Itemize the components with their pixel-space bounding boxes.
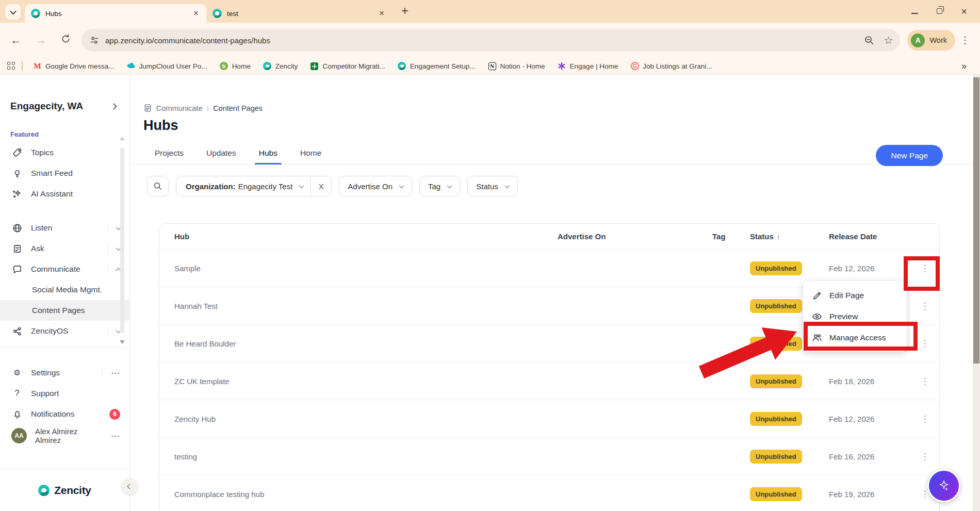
table-row[interactable]: Commonplace testing hub Unpublished Feb … xyxy=(159,475,939,511)
breadcrumb-section[interactable]: Communicate xyxy=(156,104,202,112)
hub-name[interactable]: Commonplace testing hub xyxy=(159,490,558,499)
page-scrollbar[interactable] xyxy=(973,75,980,511)
tab-hubs[interactable]: Hubs xyxy=(248,142,289,164)
sidebar-item-zencityos[interactable]: ZencityOS xyxy=(0,321,129,341)
sidebar-item-ask[interactable]: Ask xyxy=(0,238,129,259)
search-button[interactable] xyxy=(147,176,169,196)
tab-close-icon[interactable]: × xyxy=(377,8,387,19)
row-menu-icon[interactable]: ⋮ xyxy=(917,374,934,389)
hub-name[interactable]: Sample xyxy=(159,264,558,273)
table-row[interactable]: ZC UK template Unpublished Feb 18, 2026 … xyxy=(159,362,939,400)
close-button[interactable]: × xyxy=(958,6,970,17)
hub-name[interactable]: Zencity Hub xyxy=(159,415,558,423)
menu-item-edit-page[interactable]: Edit Page xyxy=(803,285,907,306)
tab-close-icon[interactable]: × xyxy=(191,8,201,19)
scrollbar-thumb[interactable] xyxy=(120,147,124,333)
sidebar-item-content-pages[interactable]: Content Pages xyxy=(0,300,129,321)
profile-chip[interactable]: A Work xyxy=(907,30,955,51)
sidebar-item-communicate[interactable]: Communicate xyxy=(0,259,129,279)
gmail-icon: M xyxy=(33,62,42,71)
browser-toolbar: ← → app.zencity.io/communicate/content-p… xyxy=(0,23,980,58)
sort-ascending-icon: ↑ xyxy=(777,233,780,241)
more-options-icon[interactable]: ⋯ xyxy=(111,368,120,378)
column-header-hub[interactable]: Hub xyxy=(159,232,558,241)
forward-button[interactable]: → xyxy=(32,31,50,49)
sidebar-item-ai-assistant[interactable]: AI Assistant xyxy=(0,184,129,204)
sidebar-collapse-button[interactable] xyxy=(122,479,138,494)
bookmark-zencity[interactable]: Zencity xyxy=(257,62,304,71)
hub-name[interactable]: testing xyxy=(159,452,558,461)
sidebar-item-settings[interactable]: ⚙ Settings ⋯ xyxy=(0,362,129,383)
clipboard-icon xyxy=(143,104,152,112)
new-tab-button[interactable]: + xyxy=(397,3,413,19)
hub-name[interactable]: Be Heard Boulder xyxy=(159,339,558,348)
tab-updates[interactable]: Updates xyxy=(195,142,248,164)
annotation-box-manage-access xyxy=(804,322,918,351)
bookmark-notion[interactable]: N Notion - Home xyxy=(482,62,551,71)
row-menu-icon[interactable]: ⋮ xyxy=(917,336,934,351)
minimize-button[interactable] xyxy=(909,7,920,16)
annotation-arrow xyxy=(691,325,802,384)
bookmark-google-drive[interactable]: M Google Drive messa... xyxy=(27,62,121,71)
column-header-tag[interactable]: Tag xyxy=(712,232,750,241)
bookmark-job-listings[interactable]: G Job Listings at Grani... xyxy=(624,62,718,71)
status-filter[interactable]: Status xyxy=(467,176,518,196)
sidebar-item-social-media-mgmt[interactable]: Social Media Mgmt. xyxy=(0,279,129,300)
sidebar-item-support[interactable]: ? Support xyxy=(0,383,129,404)
bookmark-engagement-setup[interactable]: Engagement Setup... xyxy=(391,62,482,71)
reload-button[interactable] xyxy=(57,31,74,49)
bookmark-home[interactable]: b Home xyxy=(214,62,257,71)
more-options-icon[interactable]: ⋯ xyxy=(111,431,120,441)
column-header-advertise-on[interactable]: Advertise On xyxy=(558,232,712,241)
row-menu-icon[interactable]: ⋮ xyxy=(917,411,934,426)
tab-search-button[interactable] xyxy=(5,4,21,20)
row-menu-icon[interactable]: ⋮ xyxy=(917,299,934,314)
sidebar-scrollbar[interactable] xyxy=(120,137,124,344)
browser-tab-hubs[interactable]: Hubs × xyxy=(25,4,206,23)
bookmark-label: Google Drive messa... xyxy=(45,62,115,70)
sidebar-item-listen[interactable]: Listen xyxy=(0,218,129,238)
app-sidebar: Engagecity, WA Featured Topics Smart Fee… xyxy=(0,75,130,511)
bookmark-jumpcloud[interactable]: JumpCloud User Po... xyxy=(121,62,214,71)
org-switcher[interactable]: Engagecity, WA xyxy=(0,101,129,112)
clear-filter-icon[interactable]: X xyxy=(311,176,331,196)
sidebar-item-topics[interactable]: Topics xyxy=(0,142,129,163)
url-bar[interactable]: app.zencity.io/communicate/content-pages… xyxy=(81,29,900,52)
scrollbar-thumb[interactable] xyxy=(973,77,979,364)
sidebar-item-notifications[interactable]: Notifications 6 xyxy=(0,404,129,424)
tab-projects[interactable]: Projects xyxy=(143,142,195,164)
bookmark-engage[interactable]: Engage | Home xyxy=(551,62,625,71)
url-text[interactable]: app.zencity.io/communicate/content-pages… xyxy=(105,36,855,45)
bookmark-label: JumpCloud User Po... xyxy=(139,62,207,70)
new-page-button[interactable]: New Page xyxy=(876,145,943,166)
bookmarks-overflow-icon[interactable]: » xyxy=(961,61,974,72)
breadcrumb-page[interactable]: Content Pages xyxy=(213,104,263,112)
hub-name[interactable]: Hannah Test xyxy=(159,302,558,310)
scroll-up-icon[interactable] xyxy=(120,137,125,140)
zoom-page-icon[interactable] xyxy=(864,35,874,45)
row-menu-icon[interactable]: ⋮ xyxy=(917,449,934,464)
sidebar-item-smart-feed[interactable]: Smart Feed xyxy=(0,163,129,184)
tab-home[interactable]: Home xyxy=(289,142,333,164)
table-row[interactable]: Zencity Hub Unpublished Feb 12, 2026 ⋮ xyxy=(159,400,939,438)
organization-filter-chip[interactable]: Organization: Engagecity Test X xyxy=(176,176,332,196)
browser-tab-test[interactable]: test × xyxy=(206,4,392,23)
tag-filter[interactable]: Tag xyxy=(419,176,460,196)
restore-button[interactable] xyxy=(934,7,945,16)
table-row[interactable]: testing Unpublished Feb 16, 2026 ⋮ xyxy=(159,438,939,475)
scroll-down-icon[interactable] xyxy=(120,340,125,344)
apps-grid-icon[interactable] xyxy=(7,62,15,70)
release-date: Feb 18, 2026 xyxy=(829,377,910,386)
chevron-down-icon[interactable] xyxy=(299,183,304,188)
sidebar-item-user[interactable]: AA Alex Almirez Almirez ⋯ xyxy=(0,424,129,447)
browser-menu-icon[interactable]: ⋮ xyxy=(955,35,975,46)
column-header-status[interactable]: Status↑ xyxy=(750,232,829,241)
hub-name[interactable]: ZC UK template xyxy=(159,377,558,386)
bookmark-star-icon[interactable]: ☆ xyxy=(884,34,893,46)
site-settings-icon[interactable] xyxy=(90,36,99,45)
ai-assistant-fab[interactable] xyxy=(927,469,960,502)
column-header-release-date[interactable]: Release Date xyxy=(829,232,910,241)
bookmark-competitor-migration[interactable]: Competitor Migrati... xyxy=(304,62,391,71)
back-button[interactable]: ← xyxy=(7,31,25,49)
advertise-on-filter[interactable]: Advertise On xyxy=(339,176,412,196)
